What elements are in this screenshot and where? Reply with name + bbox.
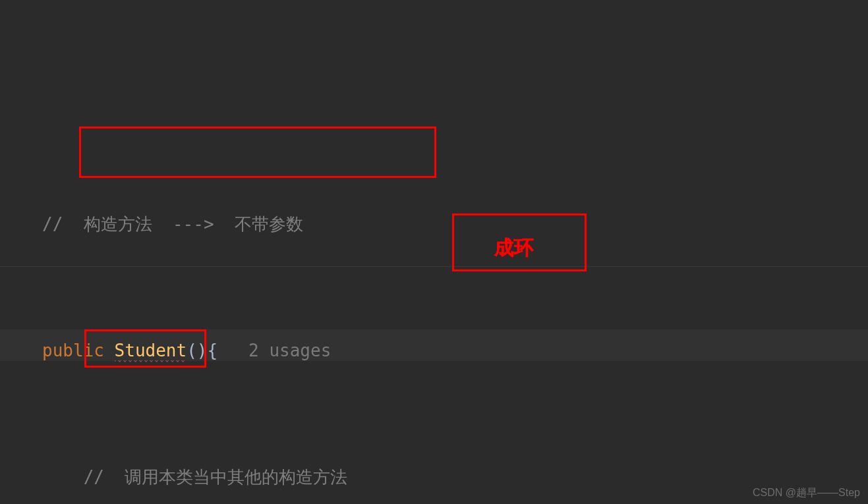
comment-call-other-ctor: // 调用本类当中其他的构造方法 bbox=[84, 467, 348, 487]
watermark: CSDN @趟早——Step bbox=[753, 486, 860, 500]
annotation-box-this-call-noarg bbox=[84, 329, 206, 368]
annotation-box-this-call-args bbox=[79, 126, 436, 178]
comment-constructor-noarg: // 构造方法 ---> 不带参数 bbox=[42, 214, 303, 234]
annotation-text-cycle: 成环 bbox=[494, 232, 534, 264]
method-separator bbox=[0, 266, 868, 267]
usages-hint-1[interactable]: 2 usages bbox=[248, 341, 331, 360]
code-editor[interactable]: // 构造方法 ---> 不带参数 public Student(){ 2 us… bbox=[0, 0, 868, 504]
